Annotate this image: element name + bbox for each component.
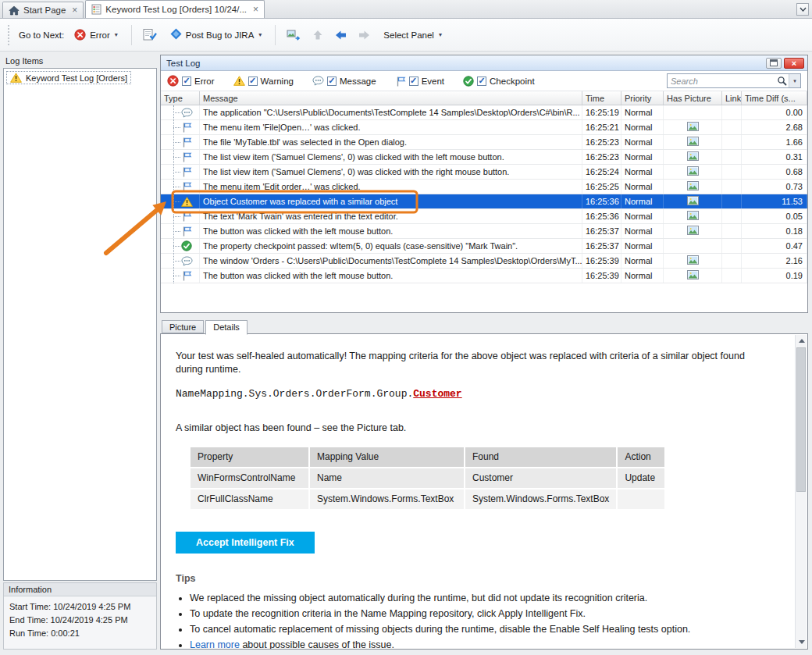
log-row[interactable]: The file 'MyTable.tbl' was selected in t… — [161, 135, 807, 150]
tree-item-keyword-test-log[interactable]: Keyword Test Log [Orders] — [6, 71, 131, 84]
row-priority: Normal — [621, 105, 664, 119]
log-row[interactable]: The menu item 'File|Open…' was clicked.1… — [161, 120, 807, 135]
test-log-panel: Test Log × Error Warning — [160, 55, 808, 313]
log-row[interactable]: The window 'Orders - C:\Users\Public\Doc… — [161, 254, 807, 269]
event-icon — [181, 137, 192, 148]
back-arrow-button[interactable] — [332, 27, 350, 44]
tree-connector — [173, 231, 180, 232]
warning-checkbox[interactable] — [248, 77, 258, 86]
message-icon — [181, 256, 193, 266]
row-message: The file 'MyTable.tbl' was selected in t… — [200, 135, 582, 149]
scroll-up-icon[interactable] — [796, 335, 807, 347]
toolbar-separator — [131, 25, 132, 45]
test-log-title: Test Log — [166, 59, 200, 68]
search-icon[interactable] — [775, 76, 789, 86]
row-has-picture — [664, 150, 722, 164]
column-header-time-diff-s[interactable]: Time Diff (s... — [742, 91, 807, 105]
search-dropdown-icon[interactable]: ▾ — [789, 74, 800, 87]
row-link — [722, 165, 742, 179]
mapping-column-header: Mapping Value — [310, 447, 464, 467]
row-time-diff: 0.19 — [742, 269, 807, 283]
event-icon — [181, 122, 192, 133]
tip-item: Learn more about possible causes of the … — [190, 639, 785, 649]
message-checkbox[interactable] — [327, 77, 337, 86]
log-items-title: Log Items — [3, 54, 157, 68]
warning-icon — [181, 197, 193, 207]
row-time-diff: 0.68 — [742, 165, 807, 179]
tip-item: We replaced the missing object automatic… — [190, 592, 785, 605]
filter-message[interactable]: Message — [312, 76, 376, 86]
close-tab-icon[interactable]: × — [253, 5, 258, 13]
tree-connector — [173, 187, 180, 187]
tab-keyword-test-log[interactable]: Keyword Test Log [Orders] 10/24/... × — [85, 0, 265, 18]
row-time: 16:25:39 — [582, 269, 621, 283]
tab-details[interactable]: Details — [205, 320, 248, 335]
float-panel-button[interactable] — [766, 58, 782, 69]
tips-list: We replaced the missing object automatic… — [190, 592, 785, 649]
row-time: 16:25:25 — [582, 180, 621, 194]
column-header-priority[interactable]: Priority — [621, 91, 664, 105]
mapping-column-header: Action — [618, 447, 664, 467]
log-row[interactable]: The menu item 'Edit order…' was clicked.… — [161, 180, 807, 194]
filter-checkpoint[interactable]: Checkpoint — [463, 76, 535, 87]
row-time-diff: 1.66 — [742, 135, 807, 149]
column-header-message[interactable]: Message — [200, 91, 582, 105]
filter-warning[interactable]: Warning — [233, 76, 294, 86]
log-row[interactable]: The application "C:\Users\Public\Documen… — [161, 105, 807, 120]
learn-more-link[interactable]: Learn more — [190, 639, 240, 649]
mapping-table-cell: Customer — [465, 468, 616, 488]
picture-icon — [687, 122, 699, 133]
picture-icon — [687, 196, 699, 207]
checkpoint-checkbox[interactable] — [477, 77, 486, 86]
log-row[interactable]: The property checkpoint passed: wItem(5,… — [161, 239, 807, 254]
column-header-time[interactable]: Time — [582, 91, 621, 105]
post-image-icon-button[interactable] — [284, 27, 304, 44]
column-header-link[interactable]: Link — [722, 91, 742, 105]
mapping-table: PropertyMapping ValueFoundAction WinForm… — [189, 446, 666, 511]
log-row[interactable]: The button was clicked with the left mou… — [161, 224, 807, 239]
document-tabbar: Start Page × Keyword Test Log [Orders] 1… — [0, 0, 812, 19]
row-time: 16:25:21 — [582, 120, 621, 134]
event-icon — [395, 76, 406, 87]
scroll-down-icon[interactable] — [796, 636, 807, 648]
up-arrow-button[interactable] — [309, 27, 326, 44]
close-tab-icon[interactable]: × — [72, 6, 77, 14]
row-type-cell — [161, 269, 200, 283]
column-header-type[interactable]: Type — [161, 91, 200, 105]
row-time-diff: 0.47 — [742, 239, 807, 253]
event-checkbox[interactable] — [409, 77, 418, 86]
row-priority: Normal — [621, 150, 664, 164]
mapping-path-object-link[interactable]: Customer — [413, 388, 461, 400]
tab-picture[interactable]: Picture — [162, 320, 204, 333]
row-link — [722, 239, 742, 253]
close-panel-button[interactable]: × — [784, 58, 804, 69]
filter-event[interactable]: Event — [395, 76, 444, 87]
dropdown-caret-icon: ▾ — [115, 31, 118, 38]
scrollbar-thumb[interactable] — [796, 347, 806, 492]
tab-start-page[interactable]: Start Page × — [2, 2, 84, 18]
information-body: Start Time: 10/24/2019 4:25 PM End Time:… — [4, 596, 156, 644]
log-items-panel: Log Items Keyword Test Log [Orders] — [3, 54, 157, 581]
search-input[interactable] — [668, 77, 775, 86]
log-row[interactable]: The button was clicked with the left mou… — [161, 269, 807, 283]
run-time: Run Time: 0:00:21 — [9, 627, 151, 640]
forward-arrow-button[interactable] — [355, 27, 373, 44]
select-panel-dropdown[interactable]: Select Panel ▾ — [379, 28, 447, 42]
details-panel: Your test was self-healed automatically!… — [160, 333, 808, 650]
mapping-path-prefix: NameMapping.Sys.Orders.OrderForm.Group. — [176, 388, 413, 400]
tab-list-dropdown[interactable] — [796, 3, 809, 16]
log-row[interactable]: The list view item ('Samuel Clemens', 0)… — [161, 150, 807, 165]
filter-error[interactable]: Error — [167, 75, 215, 87]
post-bug-icon-button[interactable] — [141, 26, 160, 44]
log-row[interactable]: The list view item ('Samuel Clemens', 0)… — [161, 165, 807, 180]
log-row[interactable]: The text 'Mark Twain' was entered in the… — [161, 209, 807, 224]
goto-error-dropdown[interactable]: Error ▾ — [69, 27, 123, 43]
column-header-has-picture[interactable]: Has Picture — [664, 91, 722, 105]
jira-button-label: Post Bug to JIRA — [186, 30, 255, 40]
details-scrollbar[interactable] — [795, 335, 807, 648]
log-row[interactable]: Object Customer was replaced with a simi… — [161, 194, 807, 209]
row-message: The menu item 'File|Open…' was clicked. — [200, 120, 582, 134]
post-bug-to-jira-button[interactable]: Post Bug to JIRA ▾ — [166, 26, 267, 44]
error-checkbox[interactable] — [182, 77, 191, 86]
accept-intelligent-fix-button[interactable]: Accept Intelligent Fix — [176, 532, 315, 554]
